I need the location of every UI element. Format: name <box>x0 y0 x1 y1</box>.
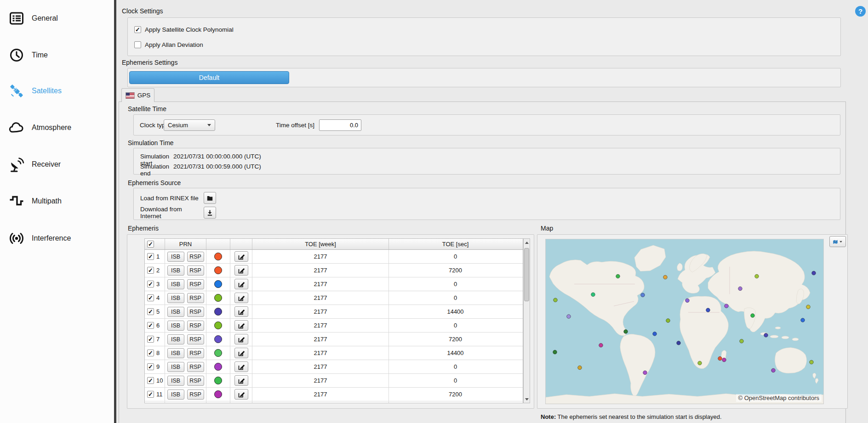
rsp-button[interactable]: RSP <box>187 362 204 372</box>
sidebar-item-general[interactable]: General <box>8 8 109 28</box>
time-offset-input[interactable] <box>319 119 361 131</box>
folder-button[interactable] <box>204 192 216 204</box>
satellite-map-dot <box>591 293 595 297</box>
edit-button[interactable] <box>234 251 248 262</box>
scroll-up-icon[interactable] <box>524 239 530 246</box>
edit-icon <box>238 281 245 288</box>
row-checkbox[interactable]: ✓ <box>147 336 154 343</box>
checkbox[interactable] <box>134 41 141 48</box>
satellite-color-dot <box>214 390 222 398</box>
tab-gps[interactable]: GPS <box>121 88 154 102</box>
satellite-color-dot <box>214 253 222 260</box>
table-row: ✓ 1 ISB RSP 2177 0 <box>145 250 523 264</box>
edit-button[interactable] <box>234 293 248 303</box>
sidebar: General Time Satellites Atmosphere Recei… <box>0 0 114 423</box>
time-offset-label: Time offset [s] <box>276 122 314 129</box>
rsp-button[interactable]: RSP <box>187 279 204 289</box>
isb-button[interactable]: ISB <box>167 293 184 303</box>
sidebar-item-satellites[interactable]: Satellites <box>8 81 109 101</box>
edit-button[interactable] <box>234 279 248 289</box>
sidebar-item-interference[interactable]: Interference <box>8 228 109 248</box>
row-checkbox[interactable]: ✓ <box>147 281 154 288</box>
edit-button[interactable] <box>234 265 248 276</box>
row-checkbox[interactable]: ✓ <box>147 363 154 370</box>
edit-button[interactable] <box>234 348 248 358</box>
isb-button[interactable]: ISB <box>167 279 184 289</box>
isb-button[interactable]: ISB <box>167 376 184 386</box>
rsp-button[interactable]: RSP <box>187 293 204 303</box>
select-all-checkbox[interactable]: ✓ <box>147 241 154 248</box>
rsp-button[interactable]: RSP <box>187 265 204 276</box>
table-row: ✓ 9 ISB RSP 2177 0 <box>145 360 523 374</box>
row-checkbox[interactable]: ✓ <box>147 350 154 356</box>
edit-button[interactable] <box>234 320 248 331</box>
edit-button[interactable] <box>234 389 248 400</box>
toe-week-cell: 2177 <box>252 360 389 373</box>
row-checkbox[interactable]: ✓ <box>147 391 154 398</box>
row-checkbox[interactable]: ✓ <box>147 294 154 301</box>
table-row: ✓ 7 ISB RSP 2177 7200 <box>145 333 523 346</box>
chevron-down-icon <box>207 124 211 126</box>
sidebar-item-receiver[interactable]: Receiver <box>8 154 109 175</box>
clock-type-select[interactable]: Cesium <box>164 119 215 131</box>
isb-button[interactable]: ISB <box>167 348 184 358</box>
map-canvas[interactable]: © OpenStreetMap contributors <box>545 239 824 404</box>
toe-sec-cell: 0 <box>389 291 522 305</box>
sidebar-item-label: Time <box>32 51 48 59</box>
row-checkbox[interactable]: ✓ <box>147 267 154 274</box>
satellite-time-box <box>133 114 840 135</box>
ephemeris-source-title: Ephemeris Source <box>128 179 181 186</box>
download-button[interactable] <box>204 207 216 219</box>
isb-button[interactable]: ISB <box>167 321 184 331</box>
checkbox-label: Apply Allan Deviation <box>145 41 203 48</box>
isb-button[interactable]: ISB <box>167 252 184 262</box>
isb-button[interactable]: ISB <box>167 389 184 400</box>
table-scrollbar[interactable] <box>523 238 530 403</box>
rsp-button[interactable]: RSP <box>187 321 204 331</box>
simulation-time-title: Simulation Time <box>128 139 174 147</box>
atmosphere-icon <box>8 119 25 136</box>
rsp-button[interactable]: RSP <box>187 348 204 358</box>
checkbox[interactable]: ✓ <box>134 26 141 33</box>
rsp-button[interactable]: RSP <box>187 376 204 386</box>
clock-settings-title: Clock Settings <box>122 7 163 15</box>
satellite-color-dot <box>214 294 222 302</box>
rsp-button[interactable]: RSP <box>187 334 204 344</box>
sidebar-item-atmosphere[interactable]: Atmosphere <box>8 118 109 138</box>
map-layers-button[interactable] <box>829 236 846 247</box>
help-button[interactable]: ? <box>855 6 866 17</box>
sidebar-item-label: Satellites <box>32 87 62 95</box>
sidebar-item-time[interactable]: Time <box>8 45 109 65</box>
prn-number: 6 <box>156 322 160 329</box>
default-button[interactable]: Default <box>129 71 289 84</box>
row-checkbox[interactable]: ✓ <box>147 377 154 384</box>
isb-button[interactable]: ISB <box>167 362 184 372</box>
rsp-button[interactable]: RSP <box>187 389 204 400</box>
edit-button[interactable] <box>234 334 248 344</box>
toe-week-cell: 2177 <box>252 291 389 305</box>
edit-icon <box>238 322 245 329</box>
scrollbar-thumb[interactable] <box>524 248 529 301</box>
rsp-button[interactable]: RSP <box>187 252 204 262</box>
header-edit <box>230 239 252 249</box>
sidebar-divider <box>114 0 116 423</box>
time-icon <box>8 47 25 63</box>
isb-button[interactable]: ISB <box>167 307 184 317</box>
edit-button[interactable] <box>234 375 248 386</box>
row-checkbox[interactable]: ✓ <box>147 322 154 329</box>
header-color <box>206 239 230 249</box>
toe-week-cell: 2177 <box>252 250 389 263</box>
isb-button[interactable]: ISB <box>167 265 184 276</box>
edit-button[interactable] <box>234 306 248 317</box>
scroll-down-icon[interactable] <box>524 395 530 403</box>
row-checkbox[interactable]: ✓ <box>147 308 154 315</box>
prn-number: 9 <box>156 363 160 370</box>
row-checkbox[interactable]: ✓ <box>147 253 154 260</box>
isb-button[interactable]: ISB <box>167 334 184 344</box>
edit-icon <box>238 377 245 384</box>
sidebar-item-multipath[interactable]: Multipath <box>8 191 109 211</box>
edit-button[interactable] <box>234 361 248 372</box>
rsp-button[interactable]: RSP <box>187 307 204 317</box>
toe-week-cell: 2177 <box>252 277 389 291</box>
table-row: ✓ 5 ISB RSP 2177 14400 <box>145 305 523 319</box>
